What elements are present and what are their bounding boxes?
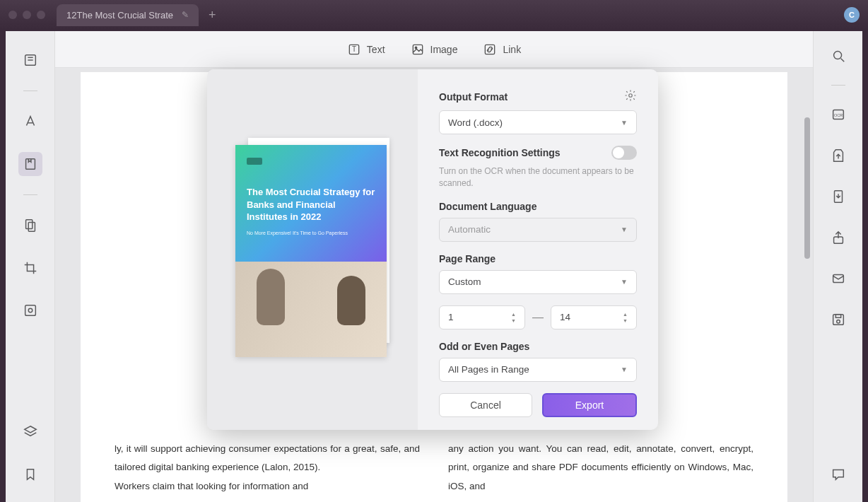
stepper-icon[interactable]: ▲▼ xyxy=(511,312,516,323)
preview-subtitle: No More Expensive! It's Time to Go Paper… xyxy=(247,230,375,235)
page-from-value: 1 xyxy=(448,312,454,322)
page-range-label: Page Range xyxy=(439,253,637,264)
editor-toolbar: T Text Image Link xyxy=(55,31,813,68)
export-page-button[interactable] xyxy=(826,185,850,209)
sidebar-right: OCR xyxy=(813,31,862,502)
save-button[interactable] xyxy=(826,308,850,332)
modal-form: Output Format Word (.docx) ▼ Text Recogn… xyxy=(418,69,658,430)
output-format-label: Output Format xyxy=(439,91,508,103)
svg-rect-7 xyxy=(25,305,35,316)
scan-tool[interactable] xyxy=(18,298,42,322)
mail-button[interactable] xyxy=(826,267,850,291)
link-label: Link xyxy=(503,44,521,55)
odd-even-value: All Pages in Range xyxy=(448,364,529,375)
cancel-button[interactable]: Cancel xyxy=(439,393,532,417)
document-tab[interactable]: 12The Most Crucial Strate ✎ xyxy=(57,4,199,26)
preview-photo xyxy=(235,262,387,357)
page-from-input[interactable]: 1 ▲▼ xyxy=(439,305,525,329)
thumbnail-tool[interactable] xyxy=(18,48,42,72)
svg-point-8 xyxy=(28,308,33,313)
close-window-icon[interactable] xyxy=(8,11,17,19)
insert-image-button[interactable]: Image xyxy=(411,42,458,57)
maximize-window-icon[interactable] xyxy=(37,11,45,19)
preview-title: The Most Crucial Strategy for Banks and … xyxy=(247,186,375,223)
page-range-select[interactable]: Custom ▼ xyxy=(439,270,637,294)
svg-rect-5 xyxy=(25,220,32,229)
page-to-value: 14 xyxy=(560,312,570,322)
odd-even-label: Odd or Even Pages xyxy=(439,341,637,352)
svg-point-14 xyxy=(833,52,841,59)
stepper-icon[interactable]: ▲▼ xyxy=(623,312,628,323)
preview-logo xyxy=(247,158,262,165)
layers-tool[interactable] xyxy=(18,420,42,444)
export-modal: The Most Crucial Strategy for Banks and … xyxy=(207,69,658,430)
divider xyxy=(23,91,37,91)
svg-line-15 xyxy=(840,59,844,62)
annotate-tool[interactable] xyxy=(18,152,42,176)
doc-language-label: Document Language xyxy=(439,201,637,212)
output-format-value: Word (.docx) xyxy=(448,117,503,128)
preview-page-front: The Most Crucial Strategy for Banks and … xyxy=(235,145,387,357)
cancel-label: Cancel xyxy=(470,399,501,411)
convert-button[interactable] xyxy=(826,144,850,168)
range-dash: — xyxy=(532,311,544,324)
search-button[interactable] xyxy=(826,44,850,68)
ocr-toggle[interactable] xyxy=(611,146,637,160)
divider xyxy=(831,85,845,86)
scrollbar-thumb[interactable] xyxy=(804,117,810,259)
tab-title: 12The Most Crucial Strate xyxy=(66,10,173,21)
avatar[interactable]: C xyxy=(844,7,860,23)
page-to-input[interactable]: 14 ▲▼ xyxy=(551,305,637,329)
divider xyxy=(23,194,37,195)
highlight-tool[interactable] xyxy=(18,110,42,134)
output-format-select[interactable]: Word (.docx) ▼ xyxy=(439,110,637,134)
export-label: Export xyxy=(575,399,604,411)
ocr-button[interactable]: OCR xyxy=(826,103,850,127)
svg-point-24 xyxy=(836,320,840,323)
text-label: Text xyxy=(367,44,385,55)
ocr-label: Text Recognition Settings xyxy=(439,147,561,158)
svg-text:T: T xyxy=(352,45,356,53)
doc-language-value: Automatic xyxy=(448,224,491,235)
modal-preview-pane: The Most Crucial Strategy for Banks and … xyxy=(207,69,418,430)
chevron-down-icon: ▼ xyxy=(621,119,628,127)
insert-link-button[interactable]: Link xyxy=(483,42,521,57)
insert-text-button[interactable]: T Text xyxy=(347,42,385,57)
image-label: Image xyxy=(430,44,458,55)
svg-point-25 xyxy=(629,94,633,98)
minimize-window-icon[interactable] xyxy=(23,11,31,19)
new-tab-button[interactable]: + xyxy=(209,8,216,23)
svg-rect-23 xyxy=(835,315,840,318)
chevron-down-icon: ▼ xyxy=(621,226,628,233)
svg-rect-13 xyxy=(486,45,495,54)
page-text-col2: any action you want. You can read, edit,… xyxy=(448,440,753,496)
bookmark-tool[interactable] xyxy=(18,462,42,486)
export-button[interactable]: Export xyxy=(542,393,637,417)
svg-rect-21 xyxy=(833,275,843,283)
sidebar-left xyxy=(6,31,55,502)
gear-icon[interactable] xyxy=(624,89,637,105)
pages-tool[interactable] xyxy=(18,214,42,238)
svg-rect-6 xyxy=(28,222,35,231)
window-controls xyxy=(8,11,45,19)
share-button[interactable] xyxy=(826,226,850,250)
odd-even-select[interactable]: All Pages in Range ▼ xyxy=(439,358,637,382)
svg-rect-4 xyxy=(25,159,35,170)
chat-button[interactable] xyxy=(826,462,850,486)
page-text-col1: ly, it will support achieving consumer e… xyxy=(115,440,420,496)
doc-language-select: Automatic ▼ xyxy=(439,218,637,242)
edit-icon[interactable]: ✎ xyxy=(182,10,189,20)
crop-tool[interactable] xyxy=(18,256,42,280)
page-range-value: Custom xyxy=(448,276,481,287)
preview-stack: The Most Crucial Strategy for Banks and … xyxy=(235,138,389,361)
scrollbar[interactable] xyxy=(804,75,810,495)
svg-text:OCR: OCR xyxy=(833,113,842,117)
chevron-down-icon: ▼ xyxy=(621,366,628,373)
ocr-description: Turn on the OCR when the document appear… xyxy=(439,165,637,189)
chevron-down-icon: ▼ xyxy=(621,278,628,286)
titlebar: 12The Most Crucial Strate ✎ + C xyxy=(0,0,868,30)
